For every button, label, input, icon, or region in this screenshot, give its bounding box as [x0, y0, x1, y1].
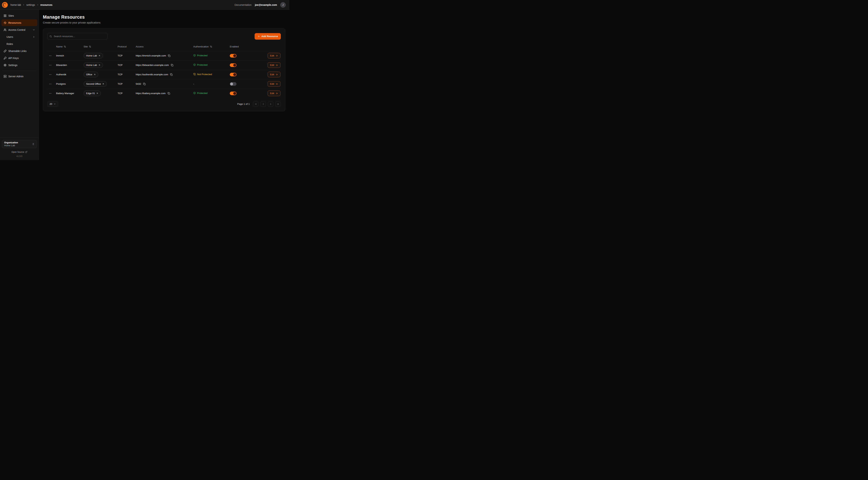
chevron-right-icon	[33, 36, 35, 38]
sort-by-name[interactable]: Name	[56, 45, 84, 48]
table-header: Name Site Protocol Access Authentication…	[48, 42, 281, 51]
organization-selector[interactable]: Organization Home Lab	[2, 140, 37, 148]
sidebar-item-api-keys[interactable]: API Keys	[1, 55, 37, 61]
page-info: Page 1 of 1	[237, 102, 250, 106]
table-row: Bitwarden Home Lab TCP https://bitwarden…	[48, 60, 281, 70]
users-icon	[4, 28, 6, 31]
breadcrumb-org[interactable]: home-lab	[10, 3, 21, 6]
enabled-toggle[interactable]	[230, 82, 237, 86]
arrow-up-right-icon	[94, 73, 96, 76]
protocol: TCP	[118, 54, 136, 57]
site-name: Home Lab	[86, 64, 97, 66]
waypoints-icon	[4, 21, 6, 24]
sidebar-item-resources[interactable]: Resources	[1, 19, 37, 26]
access-url: https://immich.example.com	[136, 54, 166, 57]
last-page-button[interactable]	[275, 101, 281, 107]
site-link[interactable]: Home Lab	[84, 62, 103, 68]
edit-button[interactable]: Edit	[268, 72, 280, 77]
arrow-right-icon	[275, 64, 278, 66]
page-size-select[interactable]: 20	[48, 101, 58, 107]
enabled-toggle[interactable]	[230, 54, 237, 58]
access-url: https://authentik.example.com	[136, 73, 168, 76]
app-logo-icon[interactable]	[2, 2, 8, 8]
next-page-button[interactable]	[268, 101, 273, 107]
page-size-value: 20	[50, 102, 52, 106]
organization-label: Organization	[4, 141, 31, 144]
sidebar-item-shareable-links[interactable]: Shareable Links	[1, 48, 37, 54]
copy-button[interactable]	[170, 63, 174, 67]
row-menu-button[interactable]	[48, 72, 53, 78]
protocol: TCP	[118, 83, 136, 85]
site-link[interactable]: Second Office	[84, 81, 107, 87]
link-icon	[4, 50, 6, 53]
row-menu-button[interactable]	[48, 53, 53, 59]
table-row: Postgres Second Office TCP 5432 - Edit	[48, 79, 281, 89]
edit-button[interactable]: Edit	[268, 81, 280, 87]
sidebar-item-label: Server Admin	[8, 75, 35, 78]
chevron-right-icon	[270, 103, 272, 106]
header-protocol: Protocol	[118, 45, 136, 48]
row-menu-button[interactable]	[48, 90, 53, 96]
header-enabled: Enabled	[230, 45, 254, 48]
sidebar-item-users[interactable]: Users	[1, 33, 37, 40]
copy-button[interactable]	[143, 82, 146, 86]
chevrons-left-icon	[255, 103, 257, 106]
copy-icon	[143, 83, 146, 85]
enabled-toggle[interactable]	[230, 92, 237, 95]
add-resource-label: Add Resource	[261, 35, 278, 38]
external-link-icon	[25, 151, 27, 153]
arrow-right-icon	[275, 83, 278, 85]
site-link[interactable]: Edge 01	[84, 90, 101, 96]
copy-button[interactable]	[167, 92, 170, 95]
documentation-link[interactable]: Documentation	[235, 3, 251, 6]
sidebar-item-label: Roles	[6, 42, 35, 46]
search-icon	[50, 35, 52, 38]
resource-name: Immich	[56, 54, 84, 57]
search-input[interactable]	[48, 33, 107, 40]
version-label: v1.3.0	[2, 155, 37, 157]
resources-card: Add Resource Name Site Protocol Access A…	[43, 28, 285, 111]
edit-button[interactable]: Edit	[268, 62, 280, 68]
breadcrumb-settings[interactable]: settings	[26, 3, 35, 6]
edit-button[interactable]: Edit	[268, 90, 280, 96]
avatar[interactable]: J	[280, 2, 286, 8]
access-url: https://bitwarden.example.com	[136, 64, 169, 66]
copy-button[interactable]	[167, 54, 171, 57]
main-content: Manage Resources Create secure proxies t…	[39, 10, 289, 160]
sidebar-item-access-control[interactable]: Access Control	[1, 26, 37, 33]
site-link[interactable]: Home Lab	[84, 53, 103, 58]
sidebar-item-settings[interactable]: Settings	[1, 62, 37, 68]
sidebar-item-sites[interactable]: Sites	[1, 12, 37, 19]
site-name: Office	[86, 73, 92, 76]
ellipsis-icon	[49, 83, 52, 85]
page-subtitle: Create secure proxies to your private ap…	[43, 21, 285, 24]
grid-icon	[4, 14, 6, 17]
auth-status: Protected	[193, 92, 208, 94]
row-menu-button[interactable]	[48, 62, 53, 68]
sidebar-item-roles[interactable]: Roles	[1, 40, 37, 47]
site-name: Home Lab	[86, 54, 97, 57]
resource-name: Postgres	[56, 83, 84, 85]
sidebar-item-server-admin[interactable]: Server Admin	[1, 73, 37, 80]
copy-button[interactable]	[170, 73, 173, 76]
edit-button[interactable]: Edit	[268, 53, 280, 58]
resource-name: Authentik	[56, 73, 84, 76]
ellipsis-icon	[49, 54, 52, 57]
sidebar-item-label: API Keys	[8, 57, 35, 60]
row-menu-button[interactable]	[48, 81, 53, 87]
open-source-link[interactable]: Open Source	[2, 151, 37, 153]
user-email[interactable]: joe@example.com	[255, 3, 277, 6]
enabled-toggle[interactable]	[230, 63, 237, 67]
first-page-button[interactable]	[253, 101, 258, 107]
previous-page-button[interactable]	[260, 101, 266, 107]
arrow-up-right-icon	[102, 83, 104, 85]
divider	[2, 70, 36, 71]
enabled-toggle[interactable]	[230, 73, 237, 77]
sort-by-authentication[interactable]: Authentication	[193, 45, 230, 48]
arrow-right-icon	[275, 92, 278, 95]
site-link[interactable]: Office	[84, 72, 98, 77]
sort-by-site[interactable]: Site	[84, 45, 118, 48]
chevrons-up-down-icon	[32, 143, 35, 145]
add-resource-button[interactable]: Add Resource	[255, 33, 281, 40]
site-name: Edge 01	[86, 92, 95, 95]
